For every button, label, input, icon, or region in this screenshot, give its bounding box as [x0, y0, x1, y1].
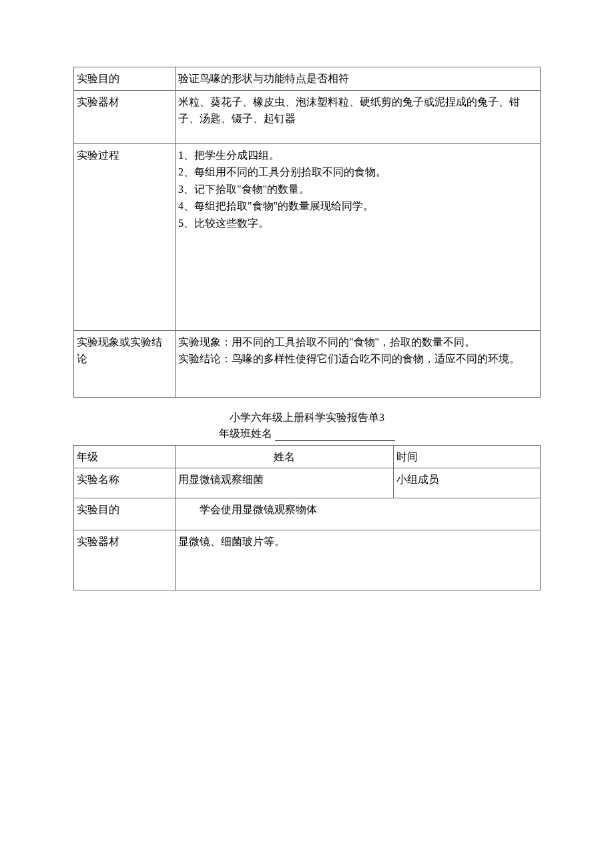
- label-process: 实验过程: [74, 143, 176, 330]
- section-subtitle: 年级班姓名: [73, 427, 541, 441]
- content-purpose: 验证鸟喙的形状与功能特点是否相符: [176, 67, 541, 91]
- t2-row-header: 年级 姓名 时间: [74, 445, 541, 468]
- process-item-1: 1、把学生分成四组。: [178, 147, 537, 164]
- section-title: 小学六年级上册科学实验报告单3: [73, 411, 541, 425]
- row-purpose: 实验目的 验证鸟喙的形状与功能特点是否相符: [74, 67, 541, 91]
- subtitle-underline: [275, 440, 395, 441]
- process-item-3: 3、记下拾取"食物"的数量。: [178, 181, 537, 198]
- conclusion-line1: 实验现象：用不同的工具拾取不同的"食物"，拾取的数量不同。: [178, 334, 537, 351]
- t2-equipment-label: 实验器材: [74, 530, 176, 590]
- conclusion-line2: 实验结论：鸟喙的多样性使得它们适合吃不同的食物，适应不同的环境。: [178, 350, 537, 368]
- t2-time-label: 时间: [394, 445, 541, 468]
- label-conclusion: 实验现象或实验结论: [74, 330, 176, 397]
- process-item-5: 5、比较这些数字。: [178, 215, 537, 232]
- row-conclusion: 实验现象或实验结论 实验现象：用不同的工具拾取不同的"食物"，拾取的数量不同。 …: [74, 330, 541, 397]
- t2-row-purpose: 实验目的 学会使用显微镜观察物体: [74, 498, 541, 530]
- row-equipment: 实验器材 米粒、葵花子、橡皮虫、泡沫塑料粒、硬纸剪的兔子或泥捏成的兔子、钳子、汤…: [74, 90, 541, 143]
- t2-grade-label: 年级: [74, 445, 176, 468]
- t2-expname-label: 实验名称: [74, 468, 176, 498]
- label-equipment: 实验器材: [74, 90, 176, 143]
- t2-row-expname: 实验名称 用显微镜观察细菌 小组成员: [74, 468, 541, 498]
- experiment-table-1: 实验目的 验证鸟喙的形状与功能特点是否相符 实验器材 米粒、葵花子、橡皮虫、泡沫…: [73, 67, 541, 398]
- t2-purpose-value: 学会使用显微镜观察物体: [176, 498, 541, 530]
- content-process: 1、把学生分成四组。 2、每组用不同的工具分别拾取不同的食物。 3、记下拾取"食…: [176, 143, 541, 330]
- t2-group-label: 小组成员: [394, 468, 541, 498]
- row-process: 实验过程 1、把学生分成四组。 2、每组用不同的工具分别拾取不同的食物。 3、记…: [74, 143, 541, 330]
- t2-row-equipment: 实验器材 显微镜、细菌玻片等。: [74, 530, 541, 590]
- experiment-table-2: 年级 姓名 时间 实验名称 用显微镜观察细菌 小组成员 实验目的 学会使用显微镜…: [73, 445, 541, 591]
- t2-equipment-value: 显微镜、细菌玻片等。: [176, 530, 541, 590]
- process-item-2: 2、每组用不同的工具分别拾取不同的食物。: [178, 163, 537, 181]
- content-conclusion: 实验现象：用不同的工具拾取不同的"食物"，拾取的数量不同。 实验结论：鸟喙的多样…: [176, 330, 541, 397]
- subtitle-prefix: 年级班姓名: [219, 428, 272, 439]
- t2-name-label: 姓名: [176, 445, 394, 468]
- content-equipment: 米粒、葵花子、橡皮虫、泡沫塑料粒、硬纸剪的兔子或泥捏成的兔子、钳子、汤匙、镊子、…: [176, 90, 541, 143]
- t2-expname-value: 用显微镜观察细菌: [176, 468, 394, 498]
- t2-purpose-label: 实验目的: [74, 498, 176, 530]
- label-purpose: 实验目的: [74, 67, 176, 91]
- process-item-4: 4、每组把拾取"食物"的数量展现给同学。: [178, 197, 537, 215]
